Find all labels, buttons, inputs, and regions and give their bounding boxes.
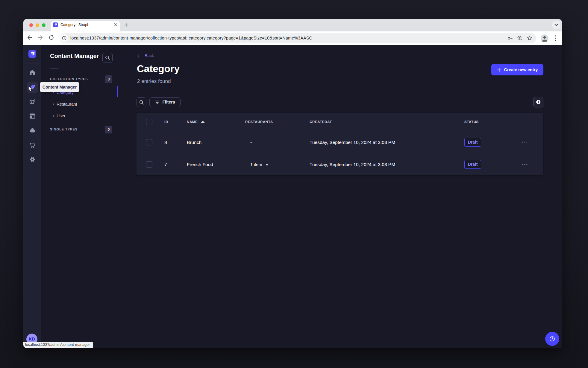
svg-text:?: ? [551,337,553,340]
